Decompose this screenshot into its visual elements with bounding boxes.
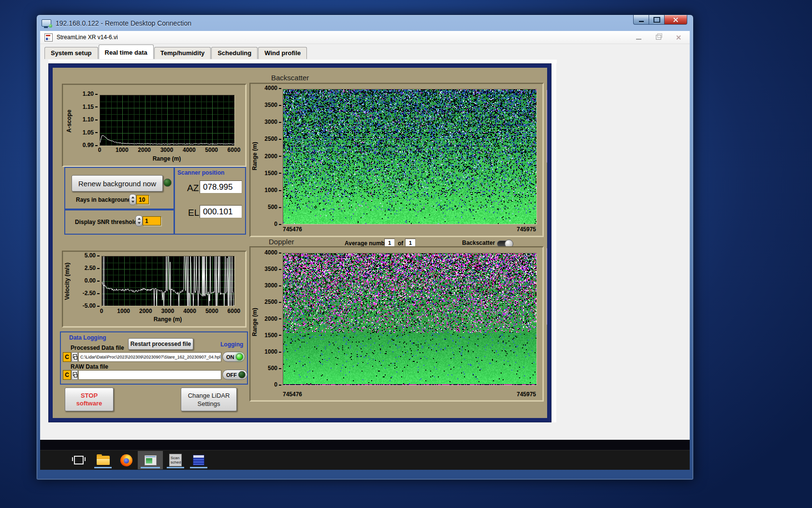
stop-line1: STOP	[81, 392, 98, 400]
off-label: OFF	[226, 372, 237, 378]
tick-label: 745975	[517, 391, 536, 398]
rays-value-field[interactable]: 10	[136, 195, 149, 204]
restart-processed-file-button[interactable]: Restart processed file	[128, 338, 193, 350]
ascope-plot	[100, 95, 235, 146]
spinner-down-icon[interactable]	[138, 222, 141, 224]
backscatter-colorbar	[547, 90, 547, 163]
snr-spinner[interactable]	[135, 215, 143, 226]
spinner-up-icon[interactable]	[131, 196, 134, 198]
app-restore-button[interactable]	[656, 35, 661, 40]
doppler-graph-group: 40003500300025002000150010005000 Range (…	[249, 246, 544, 402]
doppler-title: Doppler	[269, 238, 294, 246]
tick-label: 5000	[201, 147, 222, 153]
app-minimize-button[interactable]	[636, 39, 641, 40]
tick-label: -2.50	[83, 291, 100, 296]
average-count-field[interactable]: 1	[405, 239, 416, 247]
velocity-graph-group: 5.002.500.00-2.50-5.00 01000200030004000…	[62, 251, 246, 328]
tab-real-time-data[interactable]: Real time data	[99, 45, 154, 59]
tab-wind-profile[interactable]: Wind profile	[258, 47, 307, 59]
scan-scheduler-icon: Scansched	[169, 454, 182, 466]
maximize-icon	[653, 17, 660, 23]
tick-label: 0.00	[85, 278, 100, 284]
processed-browse-button[interactable]	[72, 352, 78, 362]
tick-label: 4000	[178, 147, 200, 153]
raw-logging-toggle[interactable]: OFF	[222, 370, 247, 380]
rays-spinner[interactable]	[129, 194, 136, 205]
tick-label: 3500	[264, 267, 281, 272]
az-label: AZ	[187, 183, 199, 194]
tick-label: 745476	[283, 226, 302, 233]
app-close-button[interactable]	[676, 35, 681, 40]
rdp-minimize-button[interactable]	[633, 15, 649, 25]
tick-label: 2500	[264, 299, 281, 305]
tick-label: 3000	[156, 147, 177, 153]
renew-background-button[interactable]: Renew background now	[72, 175, 163, 192]
labview-vi-icon	[44, 33, 53, 42]
tick-label: 0	[91, 308, 112, 314]
tick-label: 1000	[113, 308, 134, 314]
ascope-x-axis: 0100020003000400050006000	[89, 147, 245, 153]
tick-label: 4000	[179, 308, 201, 314]
scanner-position-cluster: Scanner position AZ 078.995 EL 000.101	[174, 167, 246, 235]
tick-label: 3000	[264, 283, 281, 288]
tick-label: 6000	[223, 308, 245, 314]
rdp-titlebar[interactable]: 192.168.0.122 - Remote Desktop Connectio…	[37, 15, 693, 31]
snr-value-field[interactable]: 1	[143, 216, 161, 225]
tab-scheduling[interactable]: Scheduling	[211, 47, 258, 59]
scan-scheduler-button[interactable]: Scansched	[164, 451, 187, 469]
el-label: EL	[188, 208, 199, 218]
tab-temp-humidity[interactable]: Temp/humidity	[154, 47, 211, 59]
app-window-controls	[636, 31, 681, 44]
front-panel-frame: 1.201.151.101.050.99 0100020003000400050…	[48, 63, 551, 422]
tick-label: 500	[268, 205, 281, 210]
doppler-heatmap	[283, 253, 537, 386]
tick-label: 1000	[264, 349, 281, 355]
rdp-title: 192.168.0.122 - Remote Desktop Connectio…	[56, 19, 191, 27]
velocity-plot	[102, 256, 235, 306]
tab-system-setup[interactable]: System setup	[44, 47, 98, 59]
tick-label: 3000	[264, 120, 281, 125]
processed-logging-toggle[interactable]: ON	[222, 352, 245, 362]
data-logging-cluster: Data Logging Processed Data file Restart…	[60, 331, 248, 385]
tick-label: 3000	[157, 308, 178, 314]
change-lidar-settings-button[interactable]: Change LiDAR Settings	[181, 388, 237, 411]
velocity-y-axis: 5.002.500.00-2.50-5.00	[77, 253, 100, 309]
rdp-close-button[interactable]	[665, 15, 687, 25]
taskbar: Scansched ENG	[40, 450, 690, 470]
tick-label: 745476	[283, 391, 302, 398]
backscatter-title: Backscatter	[271, 74, 309, 82]
tick-label: 2000	[135, 308, 156, 314]
data-viewer-button[interactable]	[187, 451, 210, 469]
processed-path-field[interactable]: C:\Lidar\Data\Proc\2023\202309\20230907\…	[78, 352, 221, 362]
of-label: of	[398, 240, 403, 247]
rdp-maximize-button[interactable]	[649, 15, 665, 25]
on-label: ON	[226, 354, 234, 360]
raw-browse-button[interactable]	[72, 370, 78, 380]
task-view-button[interactable]	[67, 451, 90, 469]
streamline-app-button[interactable]	[138, 451, 163, 469]
stop-software-button[interactable]: STOP software	[65, 388, 114, 411]
spinner-down-icon[interactable]	[131, 201, 134, 203]
renew-background-led	[163, 179, 172, 187]
firefox-button[interactable]	[115, 451, 138, 469]
velocity-y-label: Velocity (m/s)	[64, 260, 71, 302]
tick-label: 1500	[264, 333, 281, 338]
app-titlebar[interactable]: StreamLine XR v14-6.vi	[40, 31, 690, 44]
raw-drive-button[interactable]: C	[63, 370, 71, 380]
stop-line2: software	[76, 400, 102, 407]
raw-path-field[interactable]	[78, 370, 221, 380]
backscatter-x-axis: 745476745975	[283, 226, 536, 233]
raw-data-file-label: RAW Data file	[71, 363, 108, 370]
file-explorer-button[interactable]	[91, 451, 115, 469]
front-panel: 1.201.151.101.050.99 0100020003000400050…	[53, 68, 547, 418]
average-number-field[interactable]: 1	[384, 239, 395, 247]
processed-drive-button[interactable]: C	[63, 352, 71, 362]
snr-cluster: Display SNR threshold 1	[64, 209, 175, 235]
spinner-up-icon[interactable]	[138, 218, 141, 220]
az-value: 078.995	[200, 180, 242, 194]
background-cluster: Renew background now Rays in background …	[64, 167, 175, 210]
tick-label: 745975	[517, 226, 536, 233]
app-body: 1.201.151.101.050.99 0100020003000400050…	[40, 59, 690, 440]
tick-label: 5.00	[85, 253, 100, 258]
rdp-window-controls	[633, 15, 687, 25]
